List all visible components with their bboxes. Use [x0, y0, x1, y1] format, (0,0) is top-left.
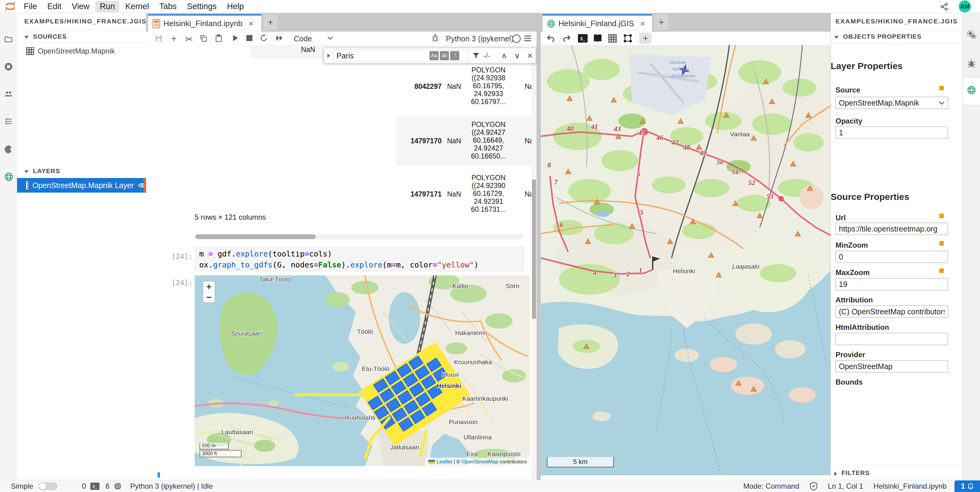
filters-section-header[interactable]: FILTERS — [834, 469, 870, 476]
save-icon[interactable] — [154, 34, 163, 43]
menu-file[interactable]: File — [19, 1, 41, 12]
source-item[interactable]: OpenStreetMap.Mapnik — [26, 47, 115, 56]
menu-edit[interactable]: Edit — [43, 1, 66, 12]
osm-link[interactable]: OpenStreetMap — [462, 459, 498, 465]
tab-gis[interactable]: Helsinki_Finland.jGIS × — [542, 14, 652, 32]
status-bar: Simple 0 $_ 6 Python 3 (ipykernel) | Idl… — [0, 480, 980, 492]
dock-splitter[interactable] — [536, 13, 541, 480]
terminals-count[interactable]: 0 — [82, 482, 86, 490]
leaflet-map-output[interactable]: Taka-Töölö Kallio Sörn Seurasaari Töölö … — [195, 275, 530, 466]
zoom-out-button[interactable]: − — [203, 292, 215, 303]
match-case-button[interactable]: Aa — [430, 51, 439, 60]
select-geometry-icon[interactable] — [624, 34, 632, 43]
filter-icon[interactable] — [473, 52, 480, 59]
property-inspector-icon[interactable] — [967, 30, 976, 40]
right-activity-bar — [963, 13, 980, 480]
horizontal-scrollbar[interactable] — [195, 234, 523, 239]
close-search-icon[interactable]: × — [527, 51, 533, 61]
grid-tool-icon[interactable] — [608, 34, 617, 43]
new-tab-button[interactable]: + — [263, 14, 277, 30]
extension-manager-icon[interactable] — [4, 145, 13, 154]
expand-caret-icon[interactable] — [327, 53, 331, 58]
tab-notebook[interactable]: Helsinki_Finland.ipynb × — [148, 14, 261, 32]
console-icon[interactable]: $_ — [578, 34, 588, 43]
file-browser-icon[interactable] — [4, 35, 13, 44]
debugger-bug-icon[interactable] — [431, 34, 439, 42]
provider-input[interactable] — [835, 360, 948, 373]
gis-map-view[interactable]: Helsinki- Vantaan lentoasema — [541, 45, 830, 475]
new-tab-button[interactable]: + — [654, 14, 668, 30]
layers-section-header[interactable]: LAYERS — [24, 167, 60, 175]
menu-settings[interactable]: Settings — [183, 1, 221, 12]
map-zoom-control[interactable]: + − — [202, 281, 215, 303]
add-cell-icon[interactable]: + — [171, 33, 177, 45]
maxzoom-field-label: MaxZoom — [835, 268, 870, 277]
menu-tabs[interactable]: Tabs — [155, 1, 181, 12]
map-label: Seurasaari — [231, 330, 262, 337]
restart-run-all-icon[interactable] — [275, 34, 283, 42]
opacity-input[interactable]: 1 — [835, 127, 948, 139]
url-input[interactable] — [835, 223, 948, 235]
map-label: Lauttasaari — [221, 428, 253, 435]
leaflet-link[interactable]: Leaflet — [436, 459, 452, 465]
run-cell-icon[interactable] — [231, 34, 239, 42]
cell-type-select[interactable]: Code — [294, 34, 312, 43]
kernel-status-icon[interactable] — [512, 34, 521, 43]
jupytergis-panel-icon[interactable] — [4, 172, 13, 181]
chevron-down-icon[interactable] — [327, 36, 333, 40]
jupytergis-properties-icon[interactable] — [967, 85, 976, 95]
search-input[interactable] — [336, 51, 428, 61]
svg-text:53: 53 — [767, 193, 773, 200]
cell-collapser[interactable] — [158, 472, 160, 478]
attribution-input[interactable] — [835, 306, 948, 318]
svg-text:8: 8 — [547, 161, 551, 169]
paste-cell-icon[interactable] — [215, 34, 223, 42]
regex-button[interactable]: .* — [450, 51, 459, 60]
search-overlay[interactable]: Aa ab .* -/- ∧ ∨ × — [324, 48, 536, 64]
restart-kernel-icon[interactable] — [260, 34, 268, 42]
cursor-position[interactable]: Ln 1, Col 1 — [828, 482, 863, 490]
menu-view[interactable]: View — [67, 1, 94, 12]
whole-word-button[interactable]: ab — [440, 51, 449, 60]
avatar[interactable]: AM — [959, 0, 971, 13]
layer-item-selected[interactable]: OpenStreetMap.Mapnik Layer — [17, 178, 146, 193]
active-file-name[interactable]: Helsinki_Finland.ipynb — [873, 482, 947, 490]
debugger-bug-icon[interactable] — [967, 59, 976, 68]
copy-cell-icon[interactable] — [199, 34, 207, 42]
maxzoom-input[interactable]: 19 — [835, 278, 948, 290]
notifications-badge[interactable]: 1 — [955, 481, 980, 492]
objects-properties-header[interactable]: OBJECTS PROPERTIES — [834, 33, 921, 40]
zoom-in-button[interactable]: + — [203, 282, 215, 292]
close-icon[interactable]: × — [638, 19, 647, 29]
running-kernels-icon[interactable] — [4, 62, 13, 71]
kernel-name[interactable]: Python 3 (ipykernel) — [446, 34, 514, 43]
menu-run[interactable]: Run — [95, 1, 119, 12]
next-match-icon[interactable]: ∨ — [514, 51, 520, 61]
kernels-count[interactable]: 6 — [105, 482, 110, 490]
toolbar-menu-icon[interactable] — [524, 35, 532, 42]
stop-kernel-icon[interactable] — [247, 35, 253, 41]
trust-shield-icon[interactable] — [810, 482, 818, 490]
kernel-status-text[interactable]: Python 3 (ipykernel) | Idle — [130, 482, 213, 490]
menu-help[interactable]: Help — [223, 1, 248, 12]
code-cell-input[interactable]: m = gdf.explore(tooltip=cols) ox.graph_t… — [195, 247, 524, 271]
previous-match-icon[interactable]: ∧ — [501, 51, 507, 61]
minzoom-input[interactable]: 0 — [835, 251, 948, 263]
source-select[interactable]: OpenStreetMap.Mapnik — [835, 97, 948, 109]
menu-kernel[interactable]: Kernel — [121, 1, 153, 12]
svg-text:5: 5 — [640, 209, 644, 217]
vertical-scrollbar[interactable] — [532, 45, 536, 480]
undo-icon[interactable] — [547, 35, 555, 42]
collaborators-icon[interactable] — [4, 89, 13, 98]
htmlattribution-input[interactable] — [835, 333, 948, 345]
simple-mode-toggle[interactable] — [39, 482, 57, 490]
share-icon[interactable] — [940, 2, 948, 11]
identify-book-icon[interactable] — [593, 34, 602, 43]
add-layer-button[interactable]: + — [640, 33, 652, 44]
table-of-contents-icon[interactable] — [4, 117, 13, 126]
close-icon[interactable]: × — [247, 19, 255, 29]
redo-icon[interactable] — [562, 35, 571, 42]
cut-cell-icon[interactable]: ✂ — [185, 33, 193, 45]
sources-section-header[interactable]: SOURCES — [24, 33, 67, 40]
notebook-content[interactable]: NaN 8042297 NaN POLYGON ((24.92938 60.16… — [146, 45, 537, 480]
